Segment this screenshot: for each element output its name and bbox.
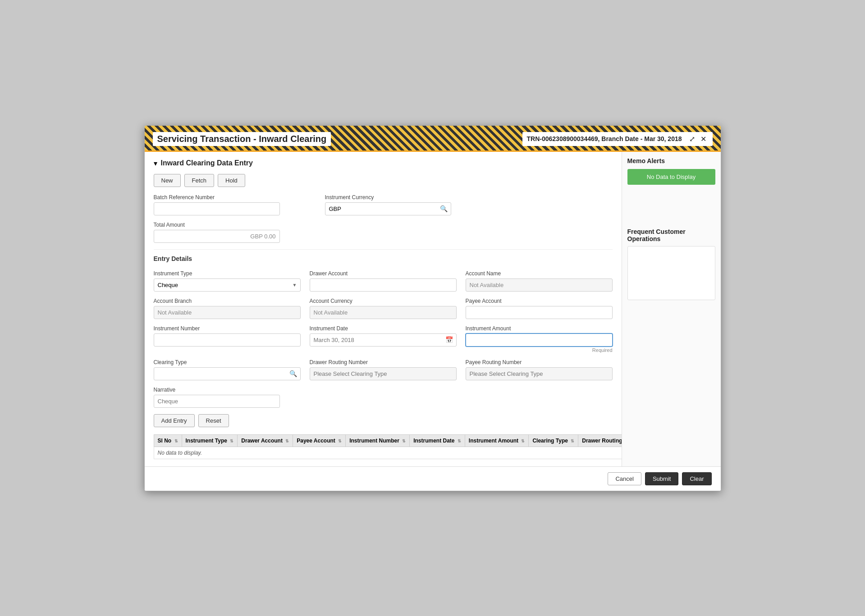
search-icon[interactable]: 🔍 — [440, 205, 448, 212]
sort-icon-pa: ⇅ — [338, 439, 342, 443]
no-data-row: No data to display. — [154, 447, 622, 459]
clearing-type-label: Clearing Type — [154, 359, 301, 365]
entry-buttons: Add Entry Reset — [154, 414, 613, 427]
clear-button[interactable]: Clear — [682, 472, 711, 485]
payee-account-label: Payee Account — [466, 298, 613, 304]
close-icon[interactable]: ✕ — [699, 134, 708, 144]
col-drawer-routing: Drawer Routing Number ⇅ — [578, 434, 622, 447]
search-icon-clearing[interactable]: 🔍 — [289, 370, 297, 377]
batch-currency-row: Batch Reference Number Instrument Curren… — [154, 194, 613, 215]
cancel-button[interactable]: Cancel — [608, 472, 641, 485]
sort-icon-in: ⇅ — [402, 439, 406, 443]
account-currency-input — [310, 306, 457, 319]
row-narrative: Narrative — [154, 387, 613, 408]
account-name-input — [466, 278, 613, 292]
instrument-date-label: Instrument Date — [310, 325, 457, 332]
instrument-number-input[interactable] — [154, 333, 301, 347]
section-toggle[interactable]: ▾ — [154, 159, 157, 168]
narrative-label: Narrative — [154, 387, 280, 393]
sort-icon-id: ⇅ — [458, 439, 461, 443]
clearing-type-wrap: 🔍 — [154, 367, 301, 380]
clearing-type-input[interactable] — [154, 367, 301, 380]
required-hint: Required — [466, 347, 613, 353]
instrument-currency-input-wrap: 🔍 — [325, 202, 451, 215]
instrument-number-group: Instrument Number — [154, 325, 301, 347]
total-amount-input[interactable] — [154, 230, 280, 243]
col-instrument-amount: Instrument Amount ⇅ — [465, 434, 529, 447]
col-sl-no: Sl No ⇅ — [154, 434, 182, 447]
toolbar: New Fetch Hold — [154, 174, 613, 187]
right-panel: Memo Alerts No Data to Display Frequent … — [622, 152, 721, 466]
modal-body: ▾ Inward Clearing Data Entry New Fetch H… — [145, 152, 721, 466]
drawer-account-group: Drawer Account — [310, 270, 457, 292]
instrument-number-label: Instrument Number — [154, 325, 301, 332]
expand-icon[interactable]: ⤢ — [687, 134, 697, 144]
account-name-label: Account Name — [466, 270, 613, 277]
instrument-type-select[interactable] — [154, 278, 301, 292]
col-payee-account: Payee Account ⇅ — [293, 434, 346, 447]
payee-account-group: Payee Account — [466, 298, 613, 319]
instrument-date-input[interactable] — [310, 333, 457, 347]
frequent-ops-title: Frequent Customer Operations — [627, 228, 715, 242]
col-instrument-date: Instrument Date ⇅ — [410, 434, 465, 447]
instrument-amount-input[interactable] — [466, 333, 613, 347]
instrument-currency-input[interactable] — [325, 202, 451, 215]
fetch-button[interactable]: Fetch — [184, 174, 215, 187]
entries-table: Sl No ⇅ Instrument Type ⇅ Drawer Account… — [154, 434, 622, 459]
entry-details-title: Entry Details — [154, 255, 613, 264]
row-clearing-type: Clearing Type 🔍 Drawer Routing Number Pa… — [154, 359, 613, 380]
main-content: ▾ Inward Clearing Data Entry New Fetch H… — [145, 152, 622, 466]
instrument-type-group: Instrument Type ▼ — [154, 270, 301, 292]
account-currency-group: Account Currency — [310, 298, 457, 319]
trn-text: TRN-0062308900034469, Branch Date - Mar … — [527, 135, 682, 142]
row-instrument-type: Instrument Type ▼ Drawer Account Account… — [154, 270, 613, 292]
sort-icon-it: ⇅ — [230, 439, 233, 443]
total-amount-group: Total Amount — [154, 222, 280, 243]
payee-account-input[interactable] — [466, 306, 613, 319]
instrument-type-label: Instrument Type — [154, 270, 301, 277]
section-header: ▾ Inward Clearing Data Entry — [154, 159, 613, 168]
payee-routing-label: Payee Routing Number — [466, 359, 613, 365]
calendar-icon[interactable]: 📅 — [445, 336, 453, 343]
row-account-branch: Account Branch Account Currency Payee Ac… — [154, 298, 613, 319]
modal-header: Servicing Transaction - Inward Clearing … — [145, 126, 721, 152]
frequent-ops-box — [627, 246, 715, 300]
instrument-currency-label: Instrument Currency — [325, 194, 451, 201]
drawer-routing-label: Drawer Routing Number — [310, 359, 457, 365]
col-instrument-type: Instrument Type ⇅ — [182, 434, 238, 447]
memo-alerts-title: Memo Alerts — [627, 157, 715, 164]
payee-routing-input[interactable] — [466, 367, 613, 380]
instrument-type-select-wrap: ▼ — [154, 278, 301, 292]
add-entry-button[interactable]: Add Entry — [154, 414, 195, 427]
sort-icon-ia: ⇅ — [521, 439, 525, 443]
row-instrument-number: Instrument Number Instrument Date 📅 Inst… — [154, 325, 613, 353]
col-drawer-account: Drawer Account ⇅ — [238, 434, 293, 447]
modal-title: Servicing Transaction - Inward Clearing — [153, 132, 331, 146]
reset-button[interactable]: Reset — [198, 414, 229, 427]
table-header-row: Sl No ⇅ Instrument Type ⇅ Drawer Account… — [154, 434, 622, 447]
total-amount-label: Total Amount — [154, 222, 280, 228]
header-icons: ⤢ ✕ — [687, 134, 708, 144]
section-title: Inward Clearing Data Entry — [161, 159, 253, 167]
drawer-routing-group: Drawer Routing Number — [310, 359, 457, 380]
new-button[interactable]: New — [154, 174, 181, 187]
batch-ref-group: Batch Reference Number — [154, 194, 280, 215]
narrative-group: Narrative — [154, 387, 280, 408]
instrument-date-wrap: 📅 — [310, 333, 457, 347]
total-amount-row: Total Amount — [154, 222, 613, 243]
drawer-account-input[interactable] — [310, 278, 457, 292]
instrument-currency-group: Instrument Currency 🔍 — [325, 194, 451, 215]
memo-no-data: No Data to Display — [627, 169, 715, 185]
batch-ref-label: Batch Reference Number — [154, 194, 280, 201]
batch-ref-input[interactable] — [154, 202, 280, 215]
account-branch-group: Account Branch — [154, 298, 301, 319]
narrative-input[interactable] — [154, 395, 280, 408]
instrument-date-group: Instrument Date 📅 — [310, 325, 457, 347]
sort-icon-sl: ⇅ — [174, 439, 178, 443]
submit-button[interactable]: Submit — [645, 472, 678, 485]
col-clearing-type: Clearing Type ⇅ — [529, 434, 578, 447]
drawer-routing-input[interactable] — [310, 367, 457, 380]
hold-button[interactable]: Hold — [218, 174, 245, 187]
clearing-type-group: Clearing Type 🔍 — [154, 359, 301, 380]
sort-icon-da: ⇅ — [285, 439, 289, 443]
